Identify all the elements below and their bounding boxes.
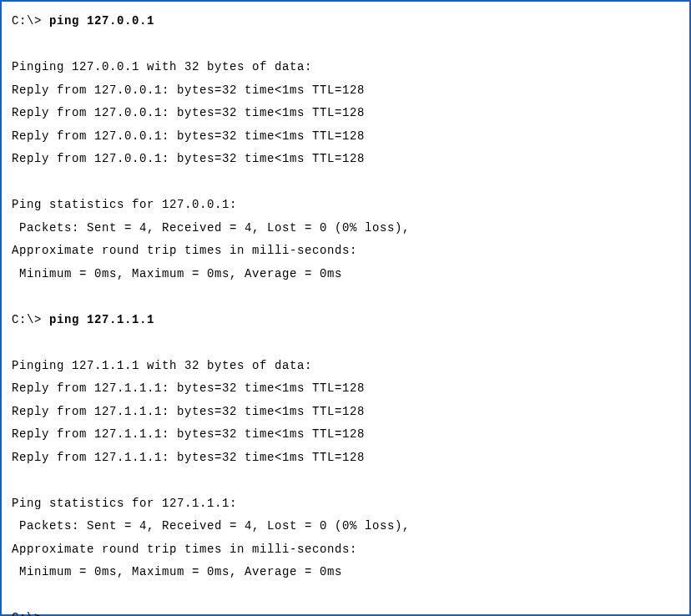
terminal-line: Reply from 127.0.0.1: bytes=32 time<1ms … [12, 102, 679, 125]
output-text: Reply from 127.0.0.1: bytes=32 time<1ms … [12, 129, 365, 143]
terminal-line: C:\> [12, 607, 679, 616]
output-text: Reply from 127.1.1.1: bytes=32 time<1ms … [12, 381, 365, 395]
output-text: Reply from 127.1.1.1: bytes=32 time<1ms … [12, 451, 365, 464]
terminal-line: Reply from 127.1.1.1: bytes=32 time<1ms … [12, 401, 679, 424]
terminal-line: Reply from 127.0.0.1: bytes=32 time<1ms … [12, 125, 679, 149]
terminal-line: Pinging 127.1.1.1 with 32 bytes of data: [12, 355, 679, 378]
terminal-window[interactable]: C:\> ping 127.0.0.1Pinging 127.0.0.1 wit… [0, 0, 691, 616]
terminal-line: Reply from 127.1.1.1: bytes=32 time<1ms … [12, 423, 679, 447]
terminal-line [12, 584, 679, 608]
terminal-line: Minimum = 0ms, Maximum = 0ms, Average = … [12, 263, 679, 286]
terminal-line [12, 33, 679, 57]
output-text: Packets: Sent = 4, Received = 4, Lost = … [12, 519, 410, 533]
output-text: Ping statistics for 127.1.1.1: [12, 497, 237, 510]
command: ping 127.0.0.1 [49, 14, 154, 28]
terminal-line: Reply from 127.1.1.1: bytes=32 time<1ms … [12, 377, 679, 401]
terminal-line: Pinging 127.0.0.1 with 32 bytes of data: [12, 56, 679, 79]
terminal-line: Approximate round trip times in milli-se… [12, 240, 679, 263]
output-text: Minimum = 0ms, Maximum = 0ms, Average = … [12, 565, 342, 578]
terminal-line: Reply from 127.0.0.1: bytes=32 time<1ms … [12, 148, 679, 171]
terminal-line: Ping statistics for 127.1.1.1: [12, 492, 679, 516]
command: ping 127.1.1.1 [49, 313, 154, 326]
terminal-line: Reply from 127.0.0.1: bytes=32 time<1ms … [12, 79, 679, 103]
terminal-line: C:\> ping 127.0.0.1 [12, 10, 679, 33]
terminal-line: Approximate round trip times in milli-se… [12, 538, 679, 562]
prompt: C:\> [12, 611, 42, 616]
output-text: Packets: Sent = 4, Received = 4, Lost = … [12, 221, 410, 235]
terminal-line: Reply from 127.1.1.1: bytes=32 time<1ms … [12, 447, 679, 470]
output-text: Pinging 127.0.0.1 with 32 bytes of data: [12, 60, 312, 73]
prompt: C:\> [12, 14, 49, 28]
output-text: Approximate round trip times in milli-se… [12, 543, 357, 556]
output-text: Reply from 127.1.1.1: bytes=32 time<1ms … [12, 405, 365, 418]
output-text: Ping statistics for 127.0.0.1: [12, 198, 237, 211]
output-text: Minimum = 0ms, Maximum = 0ms, Average = … [12, 267, 342, 280]
output-text: Approximate round trip times in milli-se… [12, 244, 357, 257]
terminal-line: Packets: Sent = 4, Received = 4, Lost = … [12, 515, 679, 538]
terminal-line [12, 285, 679, 309]
terminal-line [12, 469, 679, 492]
output-text: Reply from 127.0.0.1: bytes=32 time<1ms … [12, 106, 365, 119]
output-text: Reply from 127.0.0.1: bytes=32 time<1ms … [12, 83, 365, 97]
terminal-line [12, 331, 679, 355]
terminal-line: Packets: Sent = 4, Received = 4, Lost = … [12, 217, 679, 240]
terminal-line: C:\> ping 127.1.1.1 [12, 309, 679, 332]
prompt: C:\> [12, 313, 49, 326]
terminal-output: C:\> ping 127.0.0.1Pinging 127.0.0.1 wit… [12, 10, 679, 616]
output-text: Reply from 127.1.1.1: bytes=32 time<1ms … [12, 427, 365, 441]
output-text: Pinging 127.1.1.1 with 32 bytes of data: [12, 359, 312, 372]
output-text: Reply from 127.0.0.1: bytes=32 time<1ms … [12, 152, 365, 165]
terminal-line: Ping statistics for 127.0.0.1: [12, 194, 679, 217]
terminal-line: Minimum = 0ms, Maximum = 0ms, Average = … [12, 561, 679, 584]
terminal-line [12, 171, 679, 194]
